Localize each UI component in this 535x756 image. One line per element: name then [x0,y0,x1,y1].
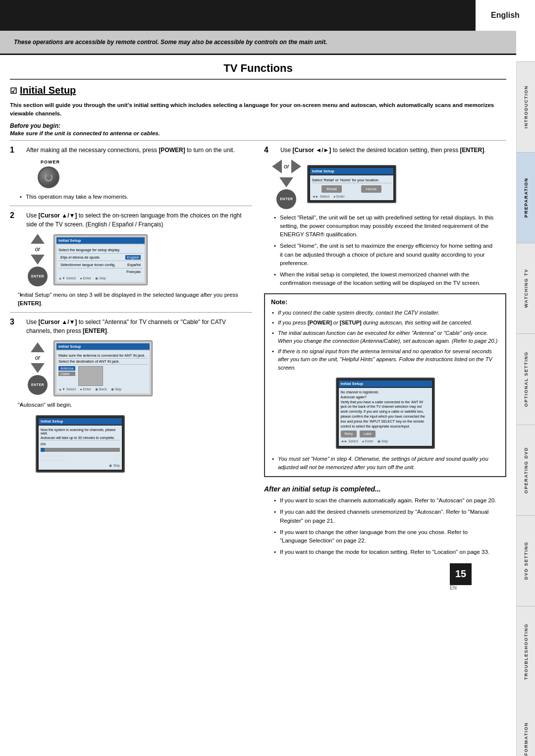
language-opt-2: Sélectionner langue écran config. [60,263,115,267]
before-begin-title: Before you begin: [10,122,506,129]
ant-footer-skip: ◉ Skip [111,387,122,391]
language-row-3: Français [58,269,143,275]
top-bar: English [0,0,535,31]
antenna-screen-title: Initial Setup [56,343,150,350]
digital-value: 0ch [114,458,120,462]
footer-skip: ◉ Skip [95,276,106,280]
note-item-2: If you press [POWER] or [SETUP] during a… [271,318,499,328]
after-item-3: If you want to change the other language… [264,527,506,547]
location-footer: ◄► Select ● Enter [312,195,391,198]
note-title: Note: [271,298,499,306]
step-4-text: Use [Cursor ◄/►] to select the desired l… [280,146,486,155]
step-1: 1 After making all the necessary connect… [10,144,252,157]
autoscan-title: Initial Setup [39,418,122,425]
or-text-2: or [35,354,41,361]
ant-footer-select: ▲▼ Select [58,387,76,391]
page-title: TV Functions [10,62,506,75]
section-heading: ☑ Initial Setup [0,80,516,97]
antenna-screen-body: Make sure the antenna is connected for A… [56,351,150,393]
sidebar-item-dvd-setting[interactable]: DVD SETTING [517,515,535,606]
before-begin: Before you begin: Make sure if the unit … [0,120,516,137]
before-begin-text: Make sure if the unit is connected to an… [10,129,506,137]
autoscan-screen-area: Initial Setup Now the system is scanning… [10,411,252,475]
arrow-down-icon [31,255,45,265]
note-screen: Initial Setup No channel is registered. … [336,378,435,449]
sidebar-label-operating-dvd: OPERATING DVD [524,447,529,493]
language-english: English [125,255,141,260]
note-screen-body: No channel is registered. Autoscan again… [339,388,432,446]
arrow-down-icon-3 [279,177,293,187]
location-screen-body: Select 'Retail' or 'Home' for your locat… [310,175,393,200]
power-button-inner [45,173,53,181]
or-text-1: or [35,246,41,253]
sidebar-item-troubleshooting[interactable]: TROUBLESHOOTING [517,606,535,697]
step-3-bullet: "Autoscan" will begin. [10,399,252,411]
note-item-5: You must set "Home" in step 4. Otherwise… [271,454,499,472]
language-row-1: Elija el idioma de ajuste. English [58,254,143,261]
intro-paragraph: This section will guide you through the … [0,97,516,118]
home-button: Home [361,185,381,193]
autoscan-footer: ◉ Skip [41,464,120,468]
step-1-text: After making all the necessary connectio… [26,146,235,155]
autoscan-skip: ◉ Skip [109,464,120,468]
note-footer-select: ◄► Select [341,439,358,444]
divider-3 [10,312,252,313]
ant-footer-back: ◉ Back [95,387,107,391]
english-tab[interactable]: English [476,0,535,31]
sidebar-item-information[interactable]: INFORMATION [517,697,535,756]
step-3: 3 Use [Cursor ▲/▼] to select "Antenna" f… [10,316,252,337]
step-2-nav: or ENTER [28,234,48,286]
sidebar-item-introduction[interactable]: INTRODUCTION [517,61,535,152]
note-screen-area: Initial Setup No channel is registered. … [271,376,499,451]
arrow-right-icon [291,160,301,173]
loc-footer-enter: ● Enter [333,195,345,198]
note-screen-text-1: No channel is registered. [341,390,430,395]
language-screen-body: Select the language for setup display. E… [56,245,145,282]
sidebar-label-information: INFORMATION [524,722,529,756]
sidebar-item-preparation[interactable]: PREPARATION [517,152,535,243]
antenna-screen: Initial Setup Make sure the antenna is c… [54,340,153,396]
antenna-prompt-2: Select the destination of ANT IN jack. [58,359,148,365]
right-sidebar: INTRODUCTION PREPARATION WATCHING TV OPT… [516,61,535,756]
digital-label: Digital channels [41,458,65,462]
step-2-number: 2 [10,211,14,229]
autoscan-body: Now the system is scanning for channels,… [39,426,122,470]
completed-bullet: When the initial setup is completed, the… [264,269,506,289]
language-opt-1: Elija el idioma de ajuste. [60,255,101,260]
location-screen-title: Initial Setup [310,168,393,174]
en-label: EN [450,585,486,593]
after-item-4: If you want to change the mode for locat… [264,546,506,558]
right-column: 4 Use [Cursor ◄/►] to select the desired… [264,144,506,558]
sidebar-label-preparation: PREPARATION [524,178,529,218]
checkbox-icon: ☑ [10,86,17,96]
divider-1 [10,140,506,141]
arrow-up-icon [31,234,45,244]
footer-select: ▲▼ Select [58,276,76,280]
opt-antenna: Antenna [58,366,75,371]
language-label: English [491,11,520,20]
step-1-bullet: This operation may take a few moments. [10,191,252,203]
note-item-4: If there is no signal input from the ant… [271,346,499,373]
note-footer-enter: ● Enter [362,439,374,444]
language-screen-title: Initial Setup [56,237,145,244]
sidebar-item-optional-setting[interactable]: OPTIONAL SETTING [517,333,535,424]
power-label: POWER [41,160,60,164]
location-options: Retail Home [312,185,391,193]
digital-row: Digital channels 0ch [41,458,120,462]
sidebar-label-optional-setting: OPTIONAL SETTING [524,352,529,407]
main-content: These operations are accessible by remot… [0,31,516,593]
sidebar-item-watching-tv[interactable]: WATCHING TV [517,243,535,333]
power-button-area: POWER [10,157,252,191]
note-screen-retry: Retry [341,431,357,437]
antenna-diagram [78,366,103,386]
note-screen-text-2: Autoscan again? [341,395,430,400]
language-espanol: Español [127,263,141,267]
section-title: Initial Setup [20,85,76,96]
divider-2 [10,206,252,206]
note-item-1: If you connect the cable system directly… [271,308,499,318]
analog-row: Analog channels 0ch [41,453,120,458]
language-screen: Initial Setup Select the language for se… [54,234,148,285]
or-text-3: or [284,163,289,170]
autoscan-progress-label: 0% [41,442,120,446]
sidebar-item-operating-dvd[interactable]: OPERATING DVD [517,425,535,515]
